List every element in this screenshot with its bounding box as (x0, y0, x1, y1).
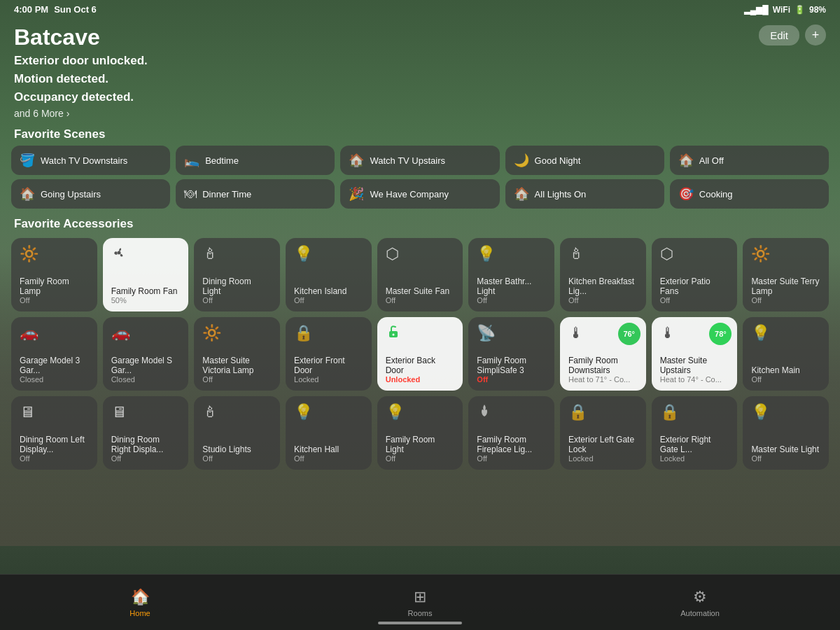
scene-all-lights-on[interactable]: 🏠 All Lights On (505, 179, 664, 209)
acc-name: Dining Room Left Display... (20, 435, 89, 455)
scene-bedtime[interactable]: 🛌 Bedtime (176, 146, 335, 175)
lock-icon: 🔒 (294, 324, 363, 342)
acc-name: Master Suite Upstairs (660, 356, 729, 376)
acc-status: Off (386, 454, 455, 463)
acc-dining-room-right-display[interactable]: 🖥 Dining Room Right Displa... Off (103, 396, 189, 470)
acc-name: Exterior Patio Fans (660, 276, 729, 297)
acc-name: Master Bathr... Light (477, 276, 546, 297)
acc-exterior-front-door[interactable]: 🔒 Exterior Front Door Locked (286, 317, 372, 391)
acc-master-suite-upstairs-thermostat[interactable]: 78° 🌡 Master Suite Upstairs Heat to 74° … (652, 317, 738, 391)
home-indicator (378, 622, 462, 624)
lock-icon: 🔒 (568, 403, 638, 421)
acc-status: Off (660, 296, 729, 304)
acc-name: Dining Room Light (202, 276, 272, 297)
scenes-container: 🪣 Watch TV Downstairs 🛌 Bedtime 🏠 Watch … (0, 146, 840, 209)
acc-garage-models[interactable]: 🚗 Garage Model S Gar... Closed (103, 317, 189, 391)
acc-exterior-patio-fans[interactable]: ⬡ Exterior Patio Fans Off (652, 238, 738, 312)
add-button[interactable]: + (805, 24, 826, 46)
unlock-icon (386, 324, 455, 344)
acc-status: Locked (660, 454, 729, 463)
acc-name: Kitchen Breakfast Lig... (568, 276, 638, 297)
accessories-container: 🔆 Family Room Lamp Off Family Room Fan 5… (0, 238, 840, 470)
acc-row-1: 🔆 Family Room Lamp Off Family Room Fan 5… (11, 238, 829, 312)
scenes-row-2: 🏠 Going Upstairs 🍽 Dinner Time 🎉 We Have… (11, 179, 829, 209)
acc-exterior-right-gate-lock[interactable]: 🔒 Exterior Right Gate L... Locked (652, 396, 738, 470)
status-date: Sun Oct 6 (54, 4, 97, 15)
light-icon: 💡 (294, 245, 363, 263)
acc-status: Off (294, 454, 363, 463)
scene-cooking[interactable]: 🎯 Cooking (670, 179, 829, 209)
edit-button[interactable]: Edit (759, 25, 799, 46)
acc-master-suite-fan[interactable]: ⬡ Master Suite Fan Off (377, 238, 463, 312)
home-tab-label: Home (130, 609, 150, 617)
light-icon: 💡 (751, 403, 820, 421)
scene-watch-tv-downstairs[interactable]: 🪣 Watch TV Downstairs (11, 146, 170, 175)
acc-status: Off (111, 454, 181, 463)
acc-master-suite-light[interactable]: 💡 Master Suite Light Off (743, 396, 829, 470)
lamp-icon: 🔆 (202, 324, 272, 342)
wifi-icon: WiFi (773, 5, 790, 15)
tab-rooms[interactable]: ⊞ Rooms (280, 588, 560, 617)
acc-status: Heat to 71° - Co... (568, 375, 638, 384)
scene-dinner-time[interactable]: 🍽 Dinner Time (176, 179, 335, 209)
status-left: 4:00 PM Sun Oct 6 (14, 4, 97, 15)
tab-automation[interactable]: ⚙ Automation (560, 588, 840, 617)
acc-family-room-light[interactable]: 💡 Family Room Light Off (377, 396, 463, 470)
scene-we-have-company[interactable]: 🎉 We Have Company (340, 179, 499, 209)
tab-home[interactable]: 🏠 Home (0, 588, 280, 617)
acc-master-suite-terry-lamp[interactable]: 🔆 Master Suite Terry Lamp Off (743, 238, 829, 312)
scene-going-upstairs[interactable]: 🏠 Going Upstairs (11, 179, 170, 209)
status-right: ▂▄▆█ WiFi 🔋 98% (744, 5, 826, 15)
scene-label-9: Cooking (699, 189, 733, 200)
acc-family-room-fireplace[interactable]: Family Room Fireplace Lig... Off (468, 396, 554, 470)
acc-name: Family Room Light (386, 435, 455, 455)
acc-status: Off (477, 454, 546, 463)
scene-icon-4: 🏠 (678, 153, 694, 168)
acc-kitchen-island[interactable]: 💡 Kitchen Island Off (286, 238, 372, 312)
acc-status: Off (386, 296, 455, 304)
acc-name: Exterior Back Door (386, 356, 455, 376)
acc-status: Off (568, 296, 638, 304)
acc-kitchen-breakfast-light[interactable]: 🕯 Kitchen Breakfast Lig... Off (560, 238, 646, 312)
alert-line1: Exterior door unlocked. (14, 53, 148, 69)
scene-good-night[interactable]: 🌙 Good Night (505, 146, 664, 175)
acc-status: Off (477, 296, 546, 304)
acc-exterior-back-door[interactable]: Exterior Back Door Unlocked (377, 317, 463, 391)
more-link[interactable]: and 6 More › (14, 108, 148, 119)
page-title: Batcave (14, 24, 148, 50)
scene-icon-6: 🍽 (184, 187, 197, 202)
acc-name: Kitchen Hall (294, 444, 363, 454)
scene-label-6: Dinner Time (202, 189, 251, 200)
acc-kitchen-main[interactable]: 💡 Kitchen Main Off (743, 317, 829, 391)
acc-master-bath-light[interactable]: 💡 Master Bathr... Light Off (468, 238, 554, 312)
scene-label-5: Going Upstairs (41, 189, 101, 200)
acc-status: Heat to 74° - Co... (660, 375, 729, 384)
acc-status: Unlocked (386, 375, 455, 384)
acc-studio-lights[interactable]: 🕯 Studio Lights Off (194, 396, 280, 470)
acc-status: Off (294, 296, 363, 304)
acc-status: Off (202, 454, 272, 463)
acc-kitchen-hall[interactable]: 💡 Kitchen Hall Off (286, 396, 372, 470)
acc-family-room-simplisafe[interactable]: 📡 Family Room SimpliSafe 3 Off (468, 317, 554, 391)
acc-family-room-fan[interactable]: Family Room Fan 50% (103, 238, 189, 312)
acc-status: 50% (111, 296, 181, 304)
scene-icon-3: 🌙 (514, 153, 529, 168)
acc-dining-room-light[interactable]: 🕯 Dining Room Light Off (194, 238, 280, 312)
acc-garage-model3[interactable]: 🚗 Garage Model 3 Gar... Closed (11, 317, 97, 391)
acc-status: Off (751, 296, 820, 304)
acc-family-room-lamp[interactable]: 🔆 Family Room Lamp Off (11, 238, 97, 312)
acc-master-suite-victoria-lamp[interactable]: 🔆 Master Suite Victoria Lamp Off (194, 317, 280, 391)
acc-status: Off (20, 454, 89, 463)
acc-exterior-left-gate-lock[interactable]: 🔒 Exterior Left Gate Lock Locked (560, 396, 646, 470)
alert-line3: Occupancy detected. (14, 90, 148, 105)
acc-status: Off (477, 375, 546, 384)
scene-all-off[interactable]: 🏠 All Off (670, 146, 829, 175)
scenes-label: Favorite Scenes (0, 119, 840, 146)
acc-status: Off (751, 454, 820, 463)
acc-family-room-downstairs-thermostat[interactable]: 76° 🌡 Family Room Downstairs Heat to 71°… (560, 317, 646, 391)
scene-watch-tv-upstairs[interactable]: 🏠 Watch TV Upstairs (340, 146, 499, 175)
light-icon: 💡 (751, 324, 820, 342)
acc-dining-room-left-display[interactable]: 🖥 Dining Room Left Display... Off (11, 396, 97, 470)
acc-name: Family Room Downstairs (568, 356, 638, 376)
accessories-label: Favorite Accessories (0, 209, 840, 235)
